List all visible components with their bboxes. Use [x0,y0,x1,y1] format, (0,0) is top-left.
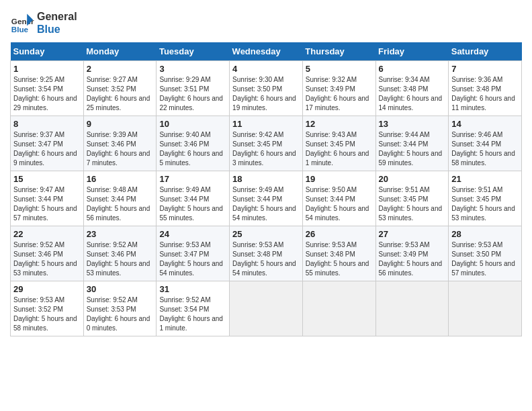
day-info: Sunrise: 9:49 AM Sunset: 3:44 PM Dayligh… [232,185,300,223]
day-number: 12 [306,119,373,129]
calendar-cell: 15 Sunrise: 9:47 AM Sunset: 3:44 PM Dayl… [11,171,84,226]
calendar-cell: 10 Sunrise: 9:40 AM Sunset: 3:46 PM Dayl… [157,116,230,171]
day-info: Sunrise: 9:53 AM Sunset: 3:52 PM Dayligh… [13,295,81,333]
calendar-cell [230,281,303,336]
day-info: Sunrise: 9:52 AM Sunset: 3:46 PM Dayligh… [13,240,81,278]
day-info: Sunrise: 9:52 AM Sunset: 3:46 PM Dayligh… [87,240,154,278]
day-info: Sunrise: 9:53 AM Sunset: 3:49 PM Dayligh… [379,240,446,278]
calendar-cell: 17 Sunrise: 9:49 AM Sunset: 3:44 PM Dayl… [157,171,230,226]
day-info: Sunrise: 9:53 AM Sunset: 3:50 PM Dayligh… [451,240,519,278]
calendar-cell: 2 Sunrise: 9:27 AM Sunset: 3:52 PM Dayli… [83,61,157,116]
calendar-cell: 21 Sunrise: 9:51 AM Sunset: 3:45 PM Dayl… [449,171,522,226]
day-info: Sunrise: 9:51 AM Sunset: 3:45 PM Dayligh… [379,185,446,223]
day-info: Sunrise: 9:39 AM Sunset: 3:46 PM Dayligh… [87,130,154,168]
day-number: 30 [87,284,154,294]
weekday-header: Monday [83,42,157,61]
day-number: 20 [379,174,446,184]
calendar-cell: 6 Sunrise: 9:34 AM Sunset: 3:48 PM Dayli… [375,61,449,116]
weekday-header: Thursday [302,42,375,61]
day-number: 26 [306,229,373,239]
day-number: 4 [232,64,300,74]
day-info: Sunrise: 9:50 AM Sunset: 3:44 PM Dayligh… [306,185,373,223]
calendar-cell: 12 Sunrise: 9:43 AM Sunset: 3:45 PM Dayl… [302,116,375,171]
day-number: 3 [159,64,226,74]
day-number: 1 [13,64,81,74]
day-info: Sunrise: 9:53 AM Sunset: 3:48 PM Dayligh… [306,240,373,278]
calendar-cell: 7 Sunrise: 9:36 AM Sunset: 3:48 PM Dayli… [449,61,522,116]
day-number: 2 [87,64,154,74]
calendar-cell: 8 Sunrise: 9:37 AM Sunset: 3:47 PM Dayli… [11,116,84,171]
calendar-cell: 28 Sunrise: 9:53 AM Sunset: 3:50 PM Dayl… [449,226,522,281]
calendar-cell: 30 Sunrise: 9:52 AM Sunset: 3:53 PM Dayl… [83,281,157,336]
day-info: Sunrise: 9:52 AM Sunset: 3:54 PM Dayligh… [159,295,226,333]
day-info: Sunrise: 9:53 AM Sunset: 3:48 PM Dayligh… [232,240,300,278]
calendar-cell: 31 Sunrise: 9:52 AM Sunset: 3:54 PM Dayl… [157,281,230,336]
calendar-cell [375,281,449,336]
day-number: 7 [451,64,519,74]
day-info: Sunrise: 9:25 AM Sunset: 3:54 PM Dayligh… [13,75,81,113]
day-info: Sunrise: 9:34 AM Sunset: 3:48 PM Dayligh… [379,75,446,113]
weekday-header: Wednesday [230,42,303,61]
calendar-week-row: 22 Sunrise: 9:52 AM Sunset: 3:46 PM Dayl… [11,226,522,281]
day-number: 9 [87,119,154,129]
day-info: Sunrise: 9:32 AM Sunset: 3:49 PM Dayligh… [306,75,373,113]
calendar-cell: 14 Sunrise: 9:46 AM Sunset: 3:44 PM Dayl… [449,116,522,171]
calendar-week-row: 1 Sunrise: 9:25 AM Sunset: 3:54 PM Dayli… [11,61,522,116]
weekday-header: Friday [375,42,449,61]
svg-text:Blue: Blue [11,25,29,34]
day-number: 15 [13,174,81,184]
calendar-cell: 3 Sunrise: 9:29 AM Sunset: 3:51 PM Dayli… [157,61,230,116]
calendar-cell: 23 Sunrise: 9:52 AM Sunset: 3:46 PM Dayl… [83,226,157,281]
calendar-cell: 11 Sunrise: 9:42 AM Sunset: 3:45 PM Dayl… [230,116,303,171]
day-info: Sunrise: 9:52 AM Sunset: 3:53 PM Dayligh… [87,295,154,333]
day-number: 14 [451,119,519,129]
day-info: Sunrise: 9:29 AM Sunset: 3:51 PM Dayligh… [159,75,226,113]
calendar-cell: 27 Sunrise: 9:53 AM Sunset: 3:49 PM Dayl… [375,226,449,281]
weekday-header: Saturday [449,42,522,61]
calendar-table: SundayMondayTuesdayWednesdayThursdayFrid… [10,42,522,336]
day-info: Sunrise: 9:44 AM Sunset: 3:44 PM Dayligh… [379,130,446,168]
day-number: 11 [232,119,300,129]
day-info: Sunrise: 9:49 AM Sunset: 3:44 PM Dayligh… [159,185,226,223]
day-info: Sunrise: 9:37 AM Sunset: 3:47 PM Dayligh… [13,130,81,168]
calendar-cell: 22 Sunrise: 9:52 AM Sunset: 3:46 PM Dayl… [11,226,84,281]
weekday-header: Sunday [11,42,84,61]
day-info: Sunrise: 9:47 AM Sunset: 3:44 PM Dayligh… [13,185,81,223]
day-number: 5 [306,64,373,74]
logo-blue: Blue [37,23,77,36]
day-number: 6 [379,64,446,74]
day-number: 10 [159,119,226,129]
calendar-cell: 24 Sunrise: 9:53 AM Sunset: 3:47 PM Dayl… [157,226,230,281]
calendar-cell: 26 Sunrise: 9:53 AM Sunset: 3:48 PM Dayl… [302,226,375,281]
day-number: 17 [159,174,226,184]
calendar-week-row: 15 Sunrise: 9:47 AM Sunset: 3:44 PM Dayl… [11,171,522,226]
calendar-week-row: 8 Sunrise: 9:37 AM Sunset: 3:47 PM Dayli… [11,116,522,171]
calendar-cell: 18 Sunrise: 9:49 AM Sunset: 3:44 PM Dayl… [230,171,303,226]
day-info: Sunrise: 9:43 AM Sunset: 3:45 PM Dayligh… [306,130,373,168]
page-header: General Blue General Blue [10,10,522,36]
calendar-cell: 4 Sunrise: 9:30 AM Sunset: 3:50 PM Dayli… [230,61,303,116]
day-number: 8 [13,119,81,129]
day-info: Sunrise: 9:51 AM Sunset: 3:45 PM Dayligh… [451,185,519,223]
calendar-cell: 9 Sunrise: 9:39 AM Sunset: 3:46 PM Dayli… [83,116,157,171]
day-number: 18 [232,174,300,184]
day-info: Sunrise: 9:42 AM Sunset: 3:45 PM Dayligh… [232,130,300,168]
day-info: Sunrise: 9:48 AM Sunset: 3:44 PM Dayligh… [87,185,154,223]
calendar-cell: 5 Sunrise: 9:32 AM Sunset: 3:49 PM Dayli… [302,61,375,116]
day-info: Sunrise: 9:30 AM Sunset: 3:50 PM Dayligh… [232,75,300,113]
day-info: Sunrise: 9:46 AM Sunset: 3:44 PM Dayligh… [451,130,519,168]
day-number: 28 [451,229,519,239]
calendar-cell [449,281,522,336]
day-number: 19 [306,174,373,184]
day-number: 25 [232,229,300,239]
logo: General Blue General Blue [10,10,77,36]
day-info: Sunrise: 9:40 AM Sunset: 3:46 PM Dayligh… [159,130,226,168]
logo-general: General [37,10,77,23]
calendar-cell: 29 Sunrise: 9:53 AM Sunset: 3:52 PM Dayl… [11,281,84,336]
day-number: 29 [13,284,81,294]
day-info: Sunrise: 9:36 AM Sunset: 3:48 PM Dayligh… [451,75,519,113]
logo-icon: General Blue [10,11,34,35]
calendar-cell: 13 Sunrise: 9:44 AM Sunset: 3:44 PM Dayl… [375,116,449,171]
calendar-cell: 19 Sunrise: 9:50 AM Sunset: 3:44 PM Dayl… [302,171,375,226]
calendar-cell: 20 Sunrise: 9:51 AM Sunset: 3:45 PM Dayl… [375,171,449,226]
